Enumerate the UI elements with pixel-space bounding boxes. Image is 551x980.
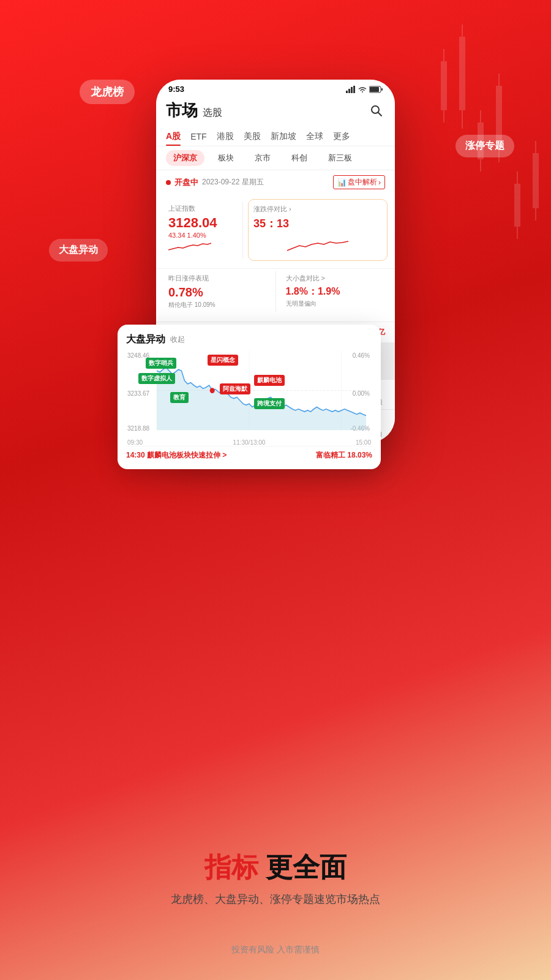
size-label: 大小盘对比 > [286, 274, 383, 283]
analysis-button[interactable]: 📊 盘中解析 › [333, 175, 385, 189]
tag-digital-human: 数字虚拟人 [138, 373, 175, 384]
yesterday-card[interactable]: 昨日涨停表现 0.78% 精伦电子 10.09% [163, 269, 271, 314]
chart-x-labels: 09:30 11:30/13:00 15:00 [126, 439, 372, 446]
svg-rect-1 [443, 49, 444, 61]
index-label: 上证指数 [168, 204, 233, 213]
bmc-chart-area: 0.46% 0.00% -0.46% 3248.46 3233.67 3218.… [126, 351, 372, 437]
tab-more[interactable]: 更多 [333, 127, 350, 146]
alert-right: 富临精工 18.03% [316, 450, 372, 461]
bmc-subtitle[interactable]: 收起 [170, 334, 185, 345]
card-divider-2 [276, 271, 276, 312]
sub-chuanye[interactable]: 科创 [284, 150, 315, 166]
search-icon [370, 105, 383, 117]
sub-jingshi[interactable]: 京市 [247, 150, 278, 166]
tag-digital-soldier: 数字哨兵 [146, 358, 176, 369]
ratio-chart [253, 233, 382, 253]
tab-hk[interactable]: 港股 [217, 127, 234, 146]
tag-alzheimer: 阿兹海默 [220, 383, 250, 394]
tag-education: 教育 [170, 392, 189, 403]
phone-header: 市场 选股 [156, 96, 395, 127]
index-sparkline [168, 239, 211, 254]
headline-normal: 更全面 [258, 852, 347, 882]
yesterday-label: 昨日涨停表现 [168, 274, 266, 283]
svg-point-25 [372, 106, 379, 113]
longhu-label: 龙虎榜 [80, 80, 135, 104]
tab-a-shares[interactable]: A股 [166, 127, 181, 146]
main-headline: 指标 更全面 [0, 850, 551, 886]
sub-xinsan[interactable]: 新三板 [321, 150, 359, 166]
open-status: 开盘中 [174, 177, 198, 188]
svg-rect-8 [480, 159, 481, 172]
svg-rect-5 [462, 110, 463, 129]
svg-rect-16 [535, 141, 536, 153]
stock-select: 选股 [203, 107, 222, 119]
bmc-header: 大盘异动 收起 [126, 333, 372, 346]
size-value: 1.8%：1.9% [286, 285, 383, 298]
svg-rect-14 [517, 227, 518, 239]
ratio-label: 涨跌停对比 › [253, 205, 382, 214]
svg-rect-13 [517, 172, 518, 184]
tab-us[interactable]: 美股 [244, 127, 261, 146]
svg-rect-17 [535, 208, 536, 221]
svg-rect-21 [353, 86, 355, 93]
ratio-card[interactable]: 涨跌停对比 › 35：13 [248, 199, 388, 261]
alert-text[interactable]: 14:30 麒麟电池板块快速拉伸 > [126, 450, 227, 461]
svg-rect-12 [514, 184, 520, 227]
svg-line-26 [378, 113, 381, 116]
headline-bold: 指标 [204, 852, 258, 882]
tab-sg[interactable]: 新加坡 [271, 127, 296, 146]
sub-headline: 龙虎榜、大盘异动、涨停专题速览市场热点 [0, 892, 551, 907]
sub-board[interactable]: 板块 [211, 150, 241, 166]
index-change: 43.34 1.40% [168, 232, 233, 239]
shanghai-index-card[interactable]: 上证指数 3128.04 43.34 1.40% [163, 199, 238, 261]
market-date: 2023-09-22 星期五 [202, 177, 264, 187]
tab-global[interactable]: 全球 [306, 127, 323, 146]
market-status-bar: 开盘中 2023-09-22 星期五 📊 盘中解析 › [156, 170, 395, 194]
wifi-icon [358, 86, 367, 93]
market-data-grid-2: 昨日涨停表现 0.78% 精伦电子 10.09% 大小盘对比 > 1.8%：1.… [156, 268, 395, 322]
big-market-card: 大盘异动 收起 0.46% 0.00% -0.46% 3248.46 3233.… [118, 325, 381, 469]
market-title: 市场 [166, 100, 198, 121]
tag-battery: 麒麟电池 [254, 375, 285, 386]
tab-nav: A股 ETF 港股 美股 新加坡 全球 更多 [156, 127, 395, 146]
sub-hushen[interactable]: 沪深京 [166, 150, 204, 166]
svg-rect-23 [370, 87, 379, 92]
dapan-label: 大盘异动 [49, 239, 108, 262]
svg-rect-18 [346, 91, 348, 93]
svg-rect-10 [498, 74, 500, 86]
svg-rect-3 [459, 37, 465, 110]
size-sub: 无明显偏向 [286, 300, 383, 308]
market-data-grid: 上证指数 3128.04 43.34 1.40% 涨跌停对比 › 35：13 [156, 194, 395, 268]
disclaimer: 投资有风险 入市需谨慎 [0, 944, 551, 956]
size-card[interactable]: 大小盘对比 > 1.8%：1.9% 无明显偏向 [281, 269, 388, 314]
svg-rect-19 [348, 89, 350, 93]
time: 9:53 [168, 85, 184, 94]
x-label-start: 09:30 [127, 439, 143, 446]
bottom-section: 指标 更全面 龙虎榜、大盘异动、涨停专题速览市场热点 [0, 850, 551, 907]
search-button[interactable] [368, 102, 385, 119]
svg-rect-4 [462, 24, 463, 37]
bmc-alert: 14:30 麒麟电池板块快速拉伸 > 富临精工 18.03% [126, 446, 372, 463]
x-label-end: 15:00 [356, 439, 371, 446]
x-label-mid: 11:30/13:00 [233, 439, 266, 446]
svg-rect-20 [351, 87, 353, 93]
yesterday-value: 0.78% [168, 285, 266, 300]
svg-rect-0 [441, 61, 447, 110]
bmc-title: 大盘异动 [126, 333, 165, 346]
svg-rect-24 [381, 88, 383, 91]
svg-rect-15 [533, 153, 539, 208]
status-left: 开盘中 2023-09-22 星期五 [166, 177, 264, 188]
signal-icon [346, 86, 356, 93]
tab-etf[interactable]: ETF [190, 128, 206, 145]
tag-cross-border: 跨境支付 [254, 398, 285, 409]
index-value: 3128.04 [168, 216, 233, 230]
battery-icon [369, 86, 383, 93]
status-bar: 9:53 [156, 80, 395, 96]
header-title: 市场 选股 [166, 100, 222, 121]
zhangting-label: 涨停专题 [455, 135, 514, 157]
svg-point-40 [210, 388, 215, 393]
open-dot [166, 180, 171, 185]
status-icons [346, 86, 383, 93]
tag-xingshan: 星闪概念 [208, 355, 238, 366]
ratio-value: 35：13 [253, 216, 382, 231]
